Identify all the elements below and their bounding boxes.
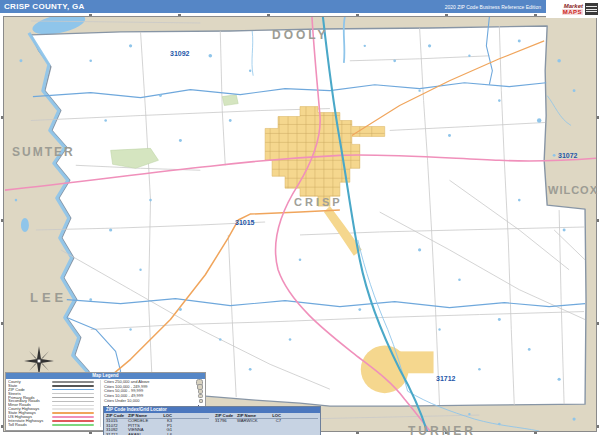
zip-label-31015: 31015 (235, 219, 254, 226)
county-label-lee: LEE (30, 290, 67, 305)
legend-city-items: Cities 250,000 and AboveCities 100,000 -… (104, 380, 203, 403)
grid-ticks-right (597, 16, 599, 432)
legend-line-sample (52, 412, 94, 414)
zip-table-group-2: ZIP CodeZIP NameLOC31796WARWICKC7 (215, 414, 318, 435)
county-label-turner: TURNER (408, 424, 476, 435)
map-poster: { "header": { "title": "CRISP COUNTY, GA… (0, 0, 600, 435)
legend-line-sample (52, 385, 94, 387)
legend-line-sample (52, 393, 94, 394)
zip-index-table: ZIP Code Index/Grid Locator ZIP CodeZIP … (103, 406, 321, 435)
legend-line-sample (52, 389, 94, 390)
city-size-icon (199, 399, 203, 403)
legend-city-item: Cities Under 10,000 (104, 398, 203, 403)
legend-line-sample (52, 408, 94, 410)
legend-item: Toll Roads (8, 423, 100, 427)
legend-line-sample (52, 397, 94, 398)
legend-line-sample (52, 420, 94, 422)
logo-text-maps: MAPS (562, 9, 583, 15)
grid-ticks-left (1, 16, 3, 432)
map-title: CRISP COUNTY, GA (0, 2, 85, 11)
county-map-canvas (3, 16, 597, 432)
city-size-icon (198, 394, 203, 399)
legend-line-sample (52, 381, 94, 383)
zip-table-row: 31796WARWICKC7 (215, 419, 318, 423)
zip-label-31092: 31092 (170, 50, 189, 57)
county-label-wilcox: WILCOX (548, 184, 598, 196)
legend-line-sample (52, 424, 94, 426)
county-label-crisp: CRISP (294, 196, 343, 208)
grid-ticks-top (3, 14, 597, 16)
zip-label-31072: 31072 (558, 152, 577, 159)
zip-table-group-1: ZIP CodeZIP NameLOC31015CORDELEK331072PI… (106, 414, 209, 435)
edition-label: 2020 ZIP Code Business Reference Edition (445, 4, 546, 10)
publisher-logo: Market MAPS (546, 0, 600, 18)
legend-line-sample (52, 416, 94, 418)
legend-line-sample (52, 401, 94, 402)
county-label-sumter: SUMTER (12, 145, 75, 159)
title-bar: CRISP COUNTY, GA 2020 ZIP Code Business … (0, 0, 546, 13)
county-label-dooly: DOOLY (272, 28, 329, 42)
logo-badge (585, 3, 598, 15)
legend-line-items: CountyStateZIP CodeStreetsPrimary RoadsS… (8, 380, 100, 427)
zip-label-31712: 31712 (436, 375, 455, 382)
legend-line-sample (52, 405, 94, 406)
